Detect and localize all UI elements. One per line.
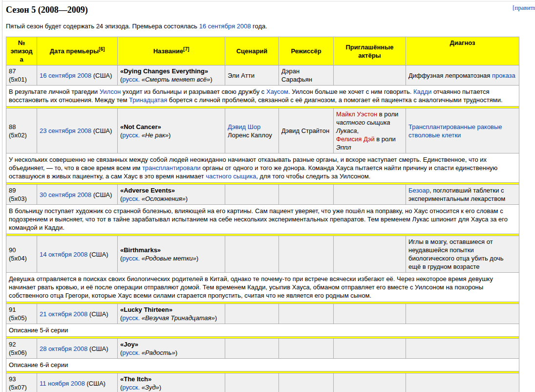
- table-header-row: № эпизодаДата премьеры[6]Название[7]Сцен…: [6, 37, 519, 65]
- text-segment: [7]: [183, 46, 189, 52]
- text-segment: № эпизода: [10, 39, 32, 63]
- wiki-link[interactable]: русск.: [122, 255, 140, 262]
- guest-stars-cell: [334, 236, 406, 273]
- wiki-link[interactable]: русск.: [122, 384, 140, 391]
- text-segment: Пятый сезон будет содержать 24 эпизода. …: [6, 22, 199, 30]
- episode-description: Описание 6-й серии: [6, 359, 519, 371]
- director-cell: [279, 236, 334, 273]
- wiki-link[interactable]: русск.: [122, 349, 140, 356]
- episode-row: 87 (5x01)16 сентября 2008 (США)«Dying Ch…: [6, 65, 519, 86]
- episode-description: Описание 5-й серии: [6, 324, 519, 337]
- text-segment: «Joy»: [120, 341, 138, 348]
- text-segment: В больницу поступает художник со странно…: [9, 207, 508, 231]
- premiere-date-cell: 23 сентября 2008 (США): [37, 109, 118, 153]
- text-segment: (США): [87, 310, 108, 318]
- wiki-link[interactable]: трансплантировали: [142, 164, 201, 172]
- text-segment: 93 (5x07): [9, 375, 27, 391]
- premiere-date-cell: 21 октября 2008 (США): [37, 304, 118, 324]
- diagnosis-cell: Трансплантированные раковые стволовые кл…: [406, 109, 519, 153]
- text-segment: В результате личной трагедии: [9, 88, 100, 95]
- episode-table: № эпизодаДата премьеры[6]Название[7]Сцен…: [6, 37, 519, 392]
- wiki-link[interactable]: русск.: [122, 131, 140, 139]
- wiki-link[interactable]: Дэвид Шор: [228, 123, 260, 131]
- guest-stars-cell: [334, 185, 406, 205]
- intro-paragraph: Пятый сезон будет содержать 24 эпизода. …: [6, 22, 535, 30]
- description-row: В результате личной трагедии Уилсон уход…: [6, 86, 519, 107]
- text-segment: «Adverse Events»: [120, 187, 175, 194]
- text-segment: ): [169, 131, 171, 139]
- text-segment: (США): [91, 72, 112, 79]
- text-segment: Девушка отправляется в поисках своих био…: [9, 275, 493, 299]
- episode-number-cell: 92 (5x06): [6, 339, 37, 359]
- text-segment: «Радость»: [142, 349, 175, 356]
- description-row: Девушка отправляется в поисках своих био…: [6, 273, 519, 302]
- text-segment: в роли: [375, 135, 396, 143]
- wiki-link[interactable]: Безоар: [408, 187, 429, 194]
- wiki-link[interactable]: Уилсон: [100, 88, 121, 95]
- premiere-date-cell: 28 октября 2008 (США): [37, 339, 118, 359]
- wiki-link[interactable]: 16 сентября 2008: [199, 22, 251, 30]
- wiki-link[interactable]: 21 октября 2008: [40, 310, 87, 318]
- wiki-link[interactable]: 23 сентября 2008: [40, 127, 91, 134]
- wiki-link[interactable]: 28 октября 2008: [40, 345, 87, 352]
- text-segment: 87 (5x01): [9, 67, 27, 83]
- text-segment: «Родовые метки»: [142, 255, 196, 262]
- guest-stars-cell: [334, 304, 406, 324]
- text-segment: 88 (5x02): [9, 123, 27, 139]
- wiki-redlink[interactable]: Майкл Уэстон: [336, 110, 377, 118]
- column-header-guest-stars: Приглашённые актёры: [334, 37, 406, 65]
- text-segment: «The Itch»: [120, 375, 151, 383]
- episode-description: В результате личной трагедии Уилсон уход…: [6, 86, 519, 107]
- text-segment: Эли Атти: [228, 72, 255, 79]
- text-segment: 90 (5x04): [9, 246, 27, 262]
- director-cell: [279, 185, 334, 205]
- text-segment: Лоренс Каплоу: [228, 131, 272, 139]
- text-segment: года.: [251, 22, 267, 30]
- director-cell: [279, 373, 334, 392]
- guest-stars-cell: [334, 373, 406, 392]
- text-segment: «Birthmarks»: [120, 246, 161, 254]
- wiki-redlink[interactable]: Фелисия Дэй: [336, 135, 375, 143]
- wiki-link[interactable]: Кадди: [413, 88, 431, 95]
- text-segment: Описание 5-й серии: [9, 327, 68, 334]
- wiki-link[interactable]: русск.: [122, 76, 140, 83]
- premiere-date-cell: 16 сентября 2008 (США): [37, 65, 118, 86]
- wiki-link[interactable]: частного сыщика: [206, 173, 256, 180]
- text-segment: ): [196, 255, 198, 262]
- edit-section-link[interactable]: [править]: [513, 4, 535, 12]
- wiki-link[interactable]: русск.: [122, 314, 140, 322]
- diagnosis-cell: [406, 339, 519, 359]
- text-segment: «Не рак»: [142, 131, 169, 139]
- text-segment: ): [215, 314, 217, 322]
- description-row: Описание 5-й серии: [6, 324, 519, 337]
- diagnosis-cell: [406, 304, 519, 324]
- guest-stars-cell: Майкл Уэстон в роли частного сыщика Лука…: [334, 109, 406, 153]
- description-row: В больницу поступает художник со странно…: [6, 205, 519, 234]
- writer-cell: [225, 339, 279, 359]
- wiki-link[interactable]: Трансплантированные раковые стволовые кл…: [408, 123, 502, 139]
- wiki-link[interactable]: русск.: [122, 195, 140, 202]
- episode-number-cell: 89 (5x03): [6, 185, 37, 205]
- wiki-link[interactable]: Хаусом: [266, 88, 288, 95]
- guest-stars-cell: [334, 65, 406, 86]
- title-cell: «Adverse Events»(русск. «Осложнения»): [118, 185, 225, 205]
- title-cell: «The Itch»(русск. «Зуд»): [118, 373, 225, 392]
- diagnosis-cell: Диффузная лепроматозная проказа: [406, 65, 519, 86]
- director-cell: [279, 304, 334, 324]
- wiki-link[interactable]: проказа: [492, 72, 515, 79]
- wiki-link[interactable]: 16 сентября 2008: [40, 72, 91, 79]
- text-segment: (США): [85, 380, 106, 387]
- text-segment: ,: [357, 127, 359, 134]
- column-header-writer: Сценарий: [225, 37, 279, 65]
- wiki-link[interactable]: 11 ноября 2008: [40, 380, 85, 387]
- wiki-link[interactable]: Тринадцатая: [129, 96, 167, 104]
- wiki-link[interactable]: 30 сентября 2008: [40, 191, 91, 198]
- text-segment: ): [175, 349, 177, 356]
- text-segment: Дэвид Страйтон: [281, 127, 329, 134]
- text-segment: . Уилсон больше не хочет с ним говорить.: [288, 88, 413, 95]
- title-cell: «Birthmarks»(русск. «Родовые метки»): [118, 236, 225, 273]
- text-segment: Эппл: [336, 144, 351, 151]
- wiki-link[interactable]: 14 октября 2008: [40, 251, 87, 258]
- text-segment: в роли: [377, 110, 398, 118]
- text-segment: (США): [87, 345, 108, 352]
